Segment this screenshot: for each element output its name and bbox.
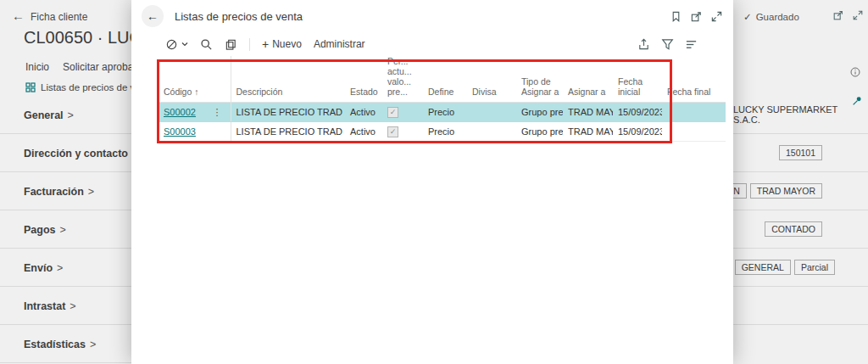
cell-estado[interactable]: Activo — [345, 122, 382, 142]
cell-tipo-asignar[interactable]: Grupo prec... — [516, 103, 563, 122]
dialog-header: ← Listas de precios de venta — [131, 0, 733, 32]
fasttab-facturacion[interactable]: Facturación> — [0, 172, 141, 210]
cell-divisa[interactable] — [467, 122, 516, 142]
grupo-envio-field[interactable]: GENERAL — [735, 260, 791, 275]
cell-asignar-a[interactable]: TRAD MAY... — [563, 122, 613, 142]
pin-icon[interactable] — [851, 95, 863, 107]
views-button[interactable] — [165, 38, 188, 51]
cell-divisa[interactable] — [467, 103, 516, 122]
pricelists-dialog: ← Listas de precios de venta — [131, 0, 733, 364]
col-define[interactable]: Define — [423, 56, 467, 103]
cell-define[interactable]: Precio — [423, 122, 467, 142]
nuevo-label: Nuevo — [272, 38, 302, 50]
envio-parcial-field[interactable]: Parcial — [794, 260, 835, 275]
administrar-label: Administrar — [314, 38, 365, 50]
fullscreen-icon[interactable] — [852, 9, 864, 21]
codigo-link[interactable]: S00003 — [164, 126, 196, 137]
chevron-right-icon: > — [68, 109, 74, 121]
row-menu-icon[interactable]: ⋮ — [213, 107, 222, 118]
table-row[interactable]: S00003 LISTA DE PRECIO TRAD MAYO... Acti… — [159, 122, 726, 142]
toolbar-separator — [249, 38, 250, 51]
saved-indicator: ✓ Guardado — [743, 11, 799, 23]
search-icon — [200, 38, 213, 51]
customer-name-value: LUCKY SUPERMARKET S.A.C. — [733, 104, 843, 125]
fasttab-envio[interactable]: Envío> — [0, 249, 141, 287]
administrar-button[interactable]: Administrar — [314, 38, 365, 50]
cell-estado[interactable]: Activo — [345, 103, 382, 122]
layout-options-icon[interactable] — [685, 38, 698, 51]
fasttab-pagos[interactable]: Pagos> — [0, 210, 141, 249]
col-divisa[interactable]: Divisa — [467, 56, 516, 103]
chevron-right-icon: > — [60, 224, 66, 236]
nuevo-button[interactable]: + Nuevo — [262, 38, 302, 50]
action-pricelists-label: Listas de precios de venta — [41, 82, 132, 92]
chevron-down-icon — [181, 41, 188, 48]
dialog-toolbar: + Nuevo Administrar — [131, 32, 733, 56]
fasttab-intrastat[interactable]: Intrastat> — [0, 287, 141, 325]
tab-solicitar-aprobacion[interactable]: Solicitar aprobación — [63, 61, 132, 73]
col-tipo-asignar[interactable]: Tipo de Asignar a — [516, 56, 563, 103]
checkbox-actualizar-valores: ✓ — [387, 107, 398, 118]
pricelist-icon — [25, 82, 36, 92]
fasttab-list: General> Dirección y contacto> Facturaci… — [0, 96, 141, 363]
fasttab-direccion[interactable]: Dirección y contacto> — [0, 134, 141, 172]
open-in-window-icon[interactable] — [832, 9, 844, 21]
codigo-link[interactable]: S00002 — [164, 107, 196, 117]
checkbox-actualizar-valores: ✓ — [387, 126, 398, 137]
saved-label: Guardado — [756, 12, 799, 22]
views-icon — [165, 38, 178, 51]
cell-fecha-inicial[interactable]: 15/09/2023 — [613, 103, 662, 122]
breadcrumb: Ficha cliente — [31, 11, 87, 23]
col-codigo[interactable]: Código ↑ — [159, 56, 231, 103]
col-fecha-inicial[interactable]: Fecha inicial — [613, 56, 662, 103]
table-header-row: Código ↑ Descripción Estado Per... actu.… — [159, 56, 726, 103]
col-asignar-a[interactable]: Asignar a — [563, 56, 613, 103]
cell-tipo-asignar[interactable]: Grupo prec... — [516, 122, 563, 142]
col-descripcion[interactable]: Descripción — [231, 56, 345, 103]
info-icon[interactable] — [849, 66, 861, 78]
open-in-window-icon[interactable] — [690, 10, 703, 23]
search-button[interactable] — [200, 38, 213, 51]
col-fecha-final[interactable]: Fecha final — [662, 56, 726, 103]
dialog-back-button[interactable]: ← — [142, 5, 164, 27]
forma-pago-field[interactable]: CONTADO — [765, 221, 822, 237]
dialog-title: Listas de precios de venta — [175, 10, 303, 23]
cell-descripcion[interactable]: LISTA DE PRECIO TRAD MAYO... — [231, 122, 345, 142]
fasttab-general[interactable]: General> — [0, 96, 141, 134]
copy-icon — [225, 38, 237, 51]
sort-asc-icon: ↑ — [194, 87, 198, 97]
col-estado[interactable]: Estado — [345, 56, 382, 103]
check-icon: ✓ — [743, 11, 752, 23]
expand-icon[interactable] — [710, 10, 723, 23]
grupo-precios-field[interactable]: TRAD MAYOR — [750, 183, 822, 199]
back-arrow-icon: ← — [147, 9, 159, 23]
fasttab-estadisticas[interactable]: Estadísticas> — [0, 325, 141, 363]
analyze-button[interactable] — [225, 38, 237, 51]
plus-icon: + — [262, 39, 269, 49]
page-title: CL00650 · LUC — [24, 28, 132, 48]
tab-inicio[interactable]: Inicio — [25, 61, 49, 73]
cell-fecha-inicial[interactable]: 15/09/2023 — [613, 122, 662, 142]
chevron-right-icon: > — [70, 300, 75, 312]
table-row[interactable]: S00002 ⋮ LISTA DE PRECIO TRAD GOLD Activ… — [159, 103, 726, 122]
cell-descripcion[interactable]: LISTA DE PRECIO TRAD GOLD — [231, 103, 345, 122]
action-pricelists[interactable]: Listas de precios de venta — [25, 82, 132, 92]
filter-button[interactable] — [661, 38, 674, 51]
cell-asignar-a[interactable]: TRAD MAY... — [563, 103, 613, 122]
postal-code-field[interactable]: 150101 — [779, 145, 822, 160]
share-button[interactable] — [637, 38, 650, 51]
cell-define[interactable]: Precio — [423, 103, 467, 122]
chevron-right-icon: > — [88, 186, 94, 198]
chevron-right-icon: > — [57, 262, 63, 274]
pricelists-table: Código ↑ Descripción Estado Per... actu.… — [159, 56, 728, 142]
page-tabs: Inicio Solicitar aprobación — [25, 61, 132, 73]
cell-fecha-final[interactable] — [662, 103, 726, 122]
chevron-right-icon: > — [90, 339, 96, 350]
bookmark-icon[interactable] — [670, 10, 682, 23]
right-field-strip: LUCKY SUPERMARKET S.A.C. 150101 ACT - MN… — [733, 96, 868, 325]
col-permitir-actualizar[interactable]: Per... actu... valo... pre... — [382, 56, 423, 103]
page-back-icon[interactable]: ← — [12, 8, 25, 23]
cell-fecha-final[interactable] — [662, 122, 726, 142]
